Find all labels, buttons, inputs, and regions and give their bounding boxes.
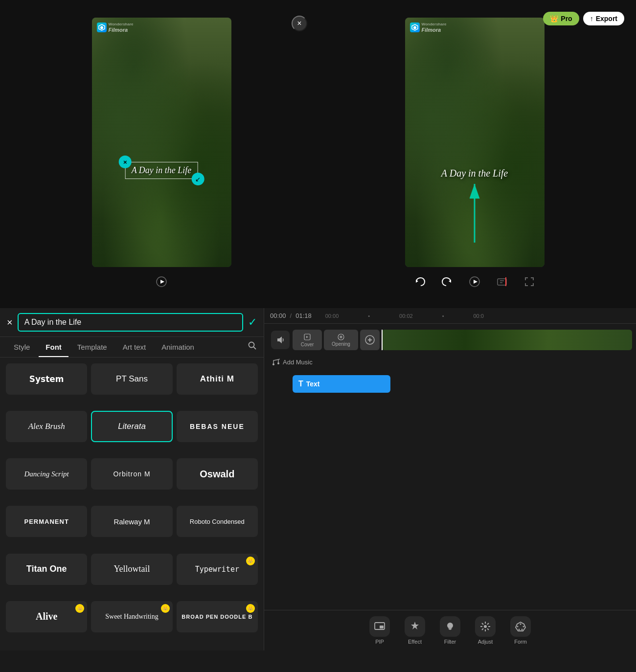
text-track: T Text xyxy=(268,372,632,396)
form-tool-button[interactable]: Form xyxy=(510,616,531,645)
export-button[interactable]: ↑ Export xyxy=(583,12,624,25)
broad-pen-doodle-pro-badge: 👑 xyxy=(246,604,255,613)
font-cell-dancing-script[interactable]: Dancing Script xyxy=(6,458,87,490)
svg-rect-30 xyxy=(380,626,384,628)
font-cell-alive[interactable]: Alive 👑 xyxy=(6,601,87,632)
pro-button[interactable]: 👑 Pro xyxy=(543,12,579,25)
watermark-right: Wondershare Filmora xyxy=(410,22,447,33)
filmora-icon-right xyxy=(410,22,420,32)
cover-block[interactable]: Cover xyxy=(293,330,322,350)
text-overlay-left[interactable]: × A Day in the Life ↙ xyxy=(125,162,198,179)
font-search-button[interactable] xyxy=(248,341,257,353)
export-icon: ↑ xyxy=(590,15,593,22)
tab-template[interactable]: Template xyxy=(70,337,114,357)
svg-marker-8 xyxy=(416,280,418,283)
wondershare-text-left: Wondershare xyxy=(109,22,134,27)
font-cell-alex-brush[interactable]: Alex Brush xyxy=(6,411,87,442)
watermark-left: Wondershare Filmora xyxy=(97,22,134,33)
font-grid: System PT Sans Athiti M Alex Brush Liter… xyxy=(0,358,264,650)
filter-tool-button[interactable]: Filter xyxy=(440,616,460,645)
undo-button[interactable] xyxy=(411,273,429,291)
pip-label: PIP xyxy=(375,639,384,645)
tab-style[interactable]: Style xyxy=(7,337,37,357)
tab-font[interactable]: Font xyxy=(39,337,68,357)
bottom-section: × ✓ Style Font Template Art text Animati… xyxy=(0,308,636,650)
tab-art-text[interactable]: Art text xyxy=(116,337,153,357)
wondershare-text-right: Wondershare xyxy=(422,22,447,27)
font-cell-broad-pen-doodle[interactable]: BROAD PEN DOODLE B 👑 xyxy=(177,601,258,632)
cover-label: Cover xyxy=(301,342,314,347)
left-panel: × ✓ Style Font Template Art text Animati… xyxy=(0,308,264,650)
volume-button[interactable] xyxy=(271,331,290,349)
cc-button[interactable] xyxy=(493,273,511,291)
font-cell-bebas-neue[interactable]: BEBAS NEUE xyxy=(177,411,258,442)
overlay-text-left: A Day in the Life xyxy=(132,165,192,175)
svg-point-32 xyxy=(484,625,487,628)
pip-tool-button[interactable]: PIP xyxy=(369,616,390,645)
font-cell-oswald[interactable]: Oswald xyxy=(177,458,258,490)
ruler-mark-1: • xyxy=(368,313,370,319)
form-icon xyxy=(510,616,531,637)
add-block[interactable] xyxy=(360,330,380,350)
font-cell-roboto-condensed[interactable]: Roboto Condensed xyxy=(177,506,258,537)
font-cell-literata[interactable]: Literata xyxy=(91,411,172,442)
timeline-total-time: 01:18 xyxy=(295,312,312,319)
adjust-label: Adjust xyxy=(478,639,493,645)
foliage-bg xyxy=(92,18,231,267)
font-cell-yellowtail[interactable]: Yellowtail xyxy=(91,554,172,585)
top-controls: 👑 Pro ↑ Export xyxy=(543,12,624,25)
text-overlay-right[interactable]: A Day in the Life xyxy=(441,168,508,179)
play-button-right[interactable] xyxy=(466,273,483,291)
font-cell-raleway-m[interactable]: Raleway M xyxy=(91,506,172,537)
tab-animation[interactable]: Animation xyxy=(155,337,201,357)
play-button-left[interactable] xyxy=(153,273,170,291)
redo-button[interactable] xyxy=(438,273,456,291)
adjust-tool-button[interactable]: Adjust xyxy=(475,616,496,645)
filter-label: Filter xyxy=(444,639,456,645)
font-cell-permanent[interactable]: PERMANENT xyxy=(6,506,87,537)
tabs-bar: Style Font Template Art text Animation xyxy=(0,337,264,358)
editor-close-button[interactable]: × xyxy=(7,317,13,328)
export-label: Export xyxy=(596,15,617,22)
track-controls-video xyxy=(268,331,293,349)
text-track-block[interactable]: T Text xyxy=(293,375,390,393)
ruler-mark-2: 00:02 xyxy=(399,313,413,319)
ruler-mark-0: 00:00 xyxy=(325,313,339,319)
font-cell-athiti-m[interactable]: Athiti M xyxy=(177,363,258,395)
preview-left: × Wondershare Filmora × A Day in the Lif… xyxy=(8,8,315,300)
text-resize-button[interactable]: ↙ xyxy=(191,173,204,185)
filter-icon xyxy=(440,616,460,637)
opening-block[interactable]: Opening xyxy=(324,330,358,350)
svg-marker-18 xyxy=(277,336,282,343)
text-track-label: Text xyxy=(306,380,320,388)
fullscreen-button[interactable] xyxy=(521,273,538,291)
filmora-text-right: Filmora xyxy=(422,27,447,33)
font-cell-typewriter[interactable]: Typewriter 👑 xyxy=(177,554,258,585)
svg-point-38 xyxy=(517,626,519,627)
svg-marker-11 xyxy=(474,280,477,284)
opening-label: Opening xyxy=(332,341,350,347)
close-preview-button[interactable]: × xyxy=(292,16,307,31)
svg-point-36 xyxy=(522,629,523,630)
font-cell-system[interactable]: System xyxy=(6,363,87,395)
svg-rect-12 xyxy=(498,279,506,285)
font-cell-titan-one[interactable]: Titan One xyxy=(6,554,87,585)
form-label: Form xyxy=(514,639,527,645)
font-cell-orbitron-m[interactable]: Orbitron M xyxy=(91,458,172,490)
svg-marker-9 xyxy=(449,280,451,283)
font-cell-pt-sans[interactable]: PT Sans xyxy=(91,363,172,395)
font-cell-sweet-handwriting[interactable]: Sweet Handwriting 👑 xyxy=(91,601,172,632)
confirm-text-button[interactable]: ✓ xyxy=(248,316,257,329)
effect-label: Effect xyxy=(408,639,422,645)
effect-tool-button[interactable]: Effect xyxy=(405,616,425,645)
bottom-toolbar: PIP Effect Filter Adjust xyxy=(264,610,636,650)
svg-point-26 xyxy=(273,363,274,365)
video-strip[interactable] xyxy=(382,330,632,350)
svg-point-37 xyxy=(519,629,520,630)
adjust-icon xyxy=(475,616,496,637)
add-music-row[interactable]: Add Music xyxy=(268,355,632,369)
timeline-content: Cover Opening Add Music xyxy=(264,324,636,610)
text-input-field[interactable] xyxy=(18,313,243,332)
text-close-button[interactable]: × xyxy=(119,156,132,168)
svg-point-34 xyxy=(520,624,522,625)
